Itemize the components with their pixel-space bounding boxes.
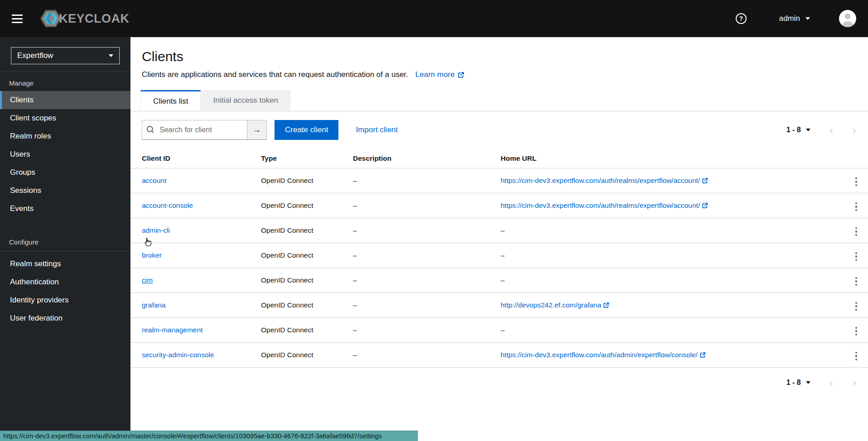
status-url-bar: https://cim-dev3.expertflow.com/auth/adm… <box>0 431 418 441</box>
import-client-link[interactable]: Import client <box>356 125 398 134</box>
external-link-icon <box>603 302 609 308</box>
keycloak-hexagon-icon <box>40 8 62 29</box>
table-row: brokerOpenID Connect–– <box>130 243 868 268</box>
keycloak-brand-text: KEYCLOAK <box>59 12 130 26</box>
kebab-menu-button[interactable] <box>849 275 864 288</box>
sidebar-item-authentication[interactable]: Authentication <box>0 273 130 291</box>
client-id-link[interactable]: account-console <box>142 201 193 209</box>
clients-table: Client IDTypeDescriptionHome URL account… <box>130 149 868 368</box>
user-avatar-icon <box>839 10 856 27</box>
home-url-cell: – <box>501 318 818 343</box>
sidebar-item-clients[interactable]: Clients <box>0 91 130 109</box>
table-row: cimOpenID Connect–– <box>130 268 868 293</box>
table-row: admin-cliOpenID Connect–– <box>130 218 868 243</box>
realm-selector[interactable]: Expertflow <box>11 47 120 64</box>
username-label: admin <box>779 14 800 23</box>
toolbar: Create client Import client 1 - 8 <box>130 111 868 147</box>
client-description-cell: – <box>353 168 501 193</box>
kebab-menu-button[interactable] <box>849 250 864 264</box>
pagination-range-dropdown[interactable]: 1 - 8 <box>786 126 810 134</box>
client-type-cell: OpenID Connect <box>261 243 353 268</box>
pagination: 1 - 8 <box>786 377 856 388</box>
client-id-link[interactable]: security-admin-console <box>142 351 214 359</box>
tab-clients-list[interactable]: Clients list <box>140 90 201 111</box>
help-icon[interactable] <box>736 13 747 24</box>
chevron-down-icon <box>805 17 810 20</box>
page-title: Clients <box>142 49 857 64</box>
client-id-link[interactable]: broker <box>142 251 162 259</box>
learn-more-label: Learn more <box>415 70 455 79</box>
nav-section-label: Manage <box>0 72 130 91</box>
client-description-cell: – <box>353 268 501 293</box>
client-description-cell: – <box>353 343 501 368</box>
sidebar-item-client-scopes[interactable]: Client scopes <box>0 109 130 127</box>
client-type-cell: OpenID Connect <box>261 318 353 343</box>
kebab-menu-button[interactable] <box>849 200 864 214</box>
sidebar-nav: ManageClientsClient scopesRealm rolesUse… <box>0 72 130 327</box>
pagination-next-button[interactable] <box>852 377 856 388</box>
external-link-icon <box>699 352 706 358</box>
client-id-link[interactable]: account <box>142 177 166 184</box>
column-header-actions <box>818 149 868 168</box>
topbar: KEYCLOAK admin <box>0 0 868 37</box>
search-submit-arrow-button[interactable] <box>247 120 267 140</box>
sidebar-item-identity-providers[interactable]: Identity providers <box>0 291 130 309</box>
sidebar: Expertflow ManageClientsClient scopesRea… <box>0 37 130 441</box>
sidebar-item-events[interactable]: Events <box>0 200 130 218</box>
table-body: accountOpenID Connect–https://cim-dev3.e… <box>130 168 868 368</box>
external-link-icon <box>458 72 464 78</box>
user-menu-dropdown[interactable]: admin <box>779 14 810 23</box>
learn-more-link[interactable]: Learn more <box>415 70 464 79</box>
home-url-link[interactable]: https://cim-dev3.expertflow.com/auth/rea… <box>501 177 708 185</box>
column-header-home-url: Home URL <box>501 149 818 168</box>
bottom-bar: 1 - 8 <box>130 368 868 398</box>
search-input[interactable] <box>142 120 247 140</box>
kebab-menu-button[interactable] <box>849 325 864 338</box>
tab-initial-access-token[interactable]: Initial access token <box>201 90 290 111</box>
pagination-prev-button[interactable] <box>829 377 834 388</box>
home-url-cell: – <box>501 243 818 268</box>
status-url-text: https://cim-dev3.expertflow.com/auth/adm… <box>3 432 382 440</box>
topbar-actions: admin <box>736 10 856 27</box>
sidebar-item-realm-roles[interactable]: Realm roles <box>0 127 130 145</box>
sidebar-item-realm-settings[interactable]: Realm settings <box>0 255 130 273</box>
hamburger-menu-icon[interactable] <box>12 14 23 23</box>
client-id-link[interactable]: grafana <box>142 301 166 309</box>
sidebar-item-user-federation[interactable]: User federation <box>0 309 130 327</box>
table-row: security-admin-consoleOpenID Connect–htt… <box>130 343 868 368</box>
kebab-menu-button[interactable] <box>849 175 864 189</box>
sidebar-item-groups[interactable]: Groups <box>0 163 130 182</box>
column-header-description: Description <box>353 149 501 168</box>
home-url-link[interactable]: https://cim-dev3.expertflow.com/auth/adm… <box>501 351 706 359</box>
avatar[interactable] <box>839 10 856 27</box>
external-link-icon <box>702 202 708 209</box>
pagination-prev-button[interactable] <box>829 124 834 136</box>
client-type-cell: OpenID Connect <box>261 193 353 218</box>
realm-name-label: Expertflow <box>17 51 53 60</box>
create-client-button[interactable]: Create client <box>275 120 338 140</box>
kebab-menu-button[interactable] <box>849 350 864 363</box>
chevron-down-icon <box>109 54 113 57</box>
client-id-link[interactable]: cim <box>142 276 153 284</box>
home-url-link[interactable]: http://devops242.ef.com/grafana <box>501 301 609 309</box>
kebab-menu-button[interactable] <box>849 225 864 239</box>
client-description-cell: – <box>353 293 501 318</box>
kebab-menu-button[interactable] <box>849 300 864 313</box>
home-url-cell: – <box>501 268 818 293</box>
client-type-cell: OpenID Connect <box>261 218 353 243</box>
search-icon <box>147 126 154 135</box>
main-content: Clients Clients are applications and ser… <box>130 37 868 441</box>
tabs: Clients listInitial access token <box>130 90 868 111</box>
client-id-link[interactable]: admin-cli <box>142 226 170 234</box>
client-type-cell: OpenID Connect <box>261 268 353 293</box>
client-description-cell: – <box>353 193 501 218</box>
pagination-range-dropdown[interactable]: 1 - 8 <box>786 379 810 387</box>
divider <box>0 251 130 251</box>
sidebar-item-sessions[interactable]: Sessions <box>0 182 130 200</box>
table-row: realm-managementOpenID Connect–– <box>130 318 868 343</box>
sidebar-item-users[interactable]: Users <box>0 145 130 163</box>
keycloak-logo[interactable]: KEYCLOAK <box>40 8 130 29</box>
client-id-link[interactable]: realm-management <box>142 326 203 334</box>
home-url-link[interactable]: https://cim-dev3.expertflow.com/auth/rea… <box>501 201 708 210</box>
pagination-next-button[interactable] <box>852 124 856 136</box>
